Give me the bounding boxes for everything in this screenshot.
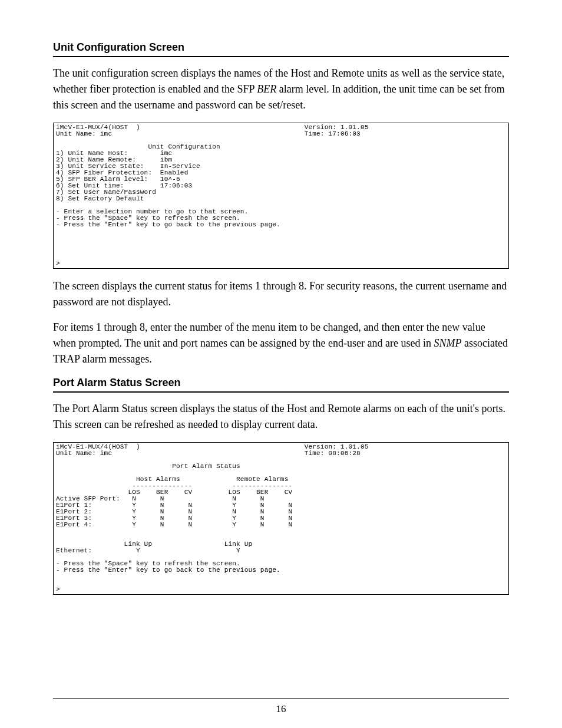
para-unit-config-1: The unit configuration screen displays t… <box>53 65 509 113</box>
terminal-port-alarm: iMcV-E1-MUX/4(HOST ) Version: 1.01.05 Un… <box>53 442 509 595</box>
italic-snmp: SNMP <box>434 337 461 349</box>
heading-port-alarm: Port Alarm Status Screen <box>53 377 509 389</box>
heading-unit-config: Unit Configuration Screen <box>53 41 509 54</box>
page-number: 16 <box>0 703 562 715</box>
para-port-alarm-1: The Port Alarm Status screen displays th… <box>53 401 509 433</box>
section-rule <box>53 391 509 393</box>
para-unit-config-3: For items 1 through 8, enter the number … <box>53 319 509 367</box>
italic-ber: BER <box>257 83 276 95</box>
terminal-unit-config: iMcV-E1-MUX/4(HOST ) Version: 1.01.05 Un… <box>53 123 509 269</box>
footer-rule <box>53 698 509 699</box>
text-span: For items 1 through 8, enter the number … <box>53 321 485 349</box>
para-unit-config-2: The screen displays the current status f… <box>53 278 509 310</box>
section-rule <box>53 56 509 57</box>
page: Unit Configuration Screen The unit confi… <box>0 0 562 728</box>
